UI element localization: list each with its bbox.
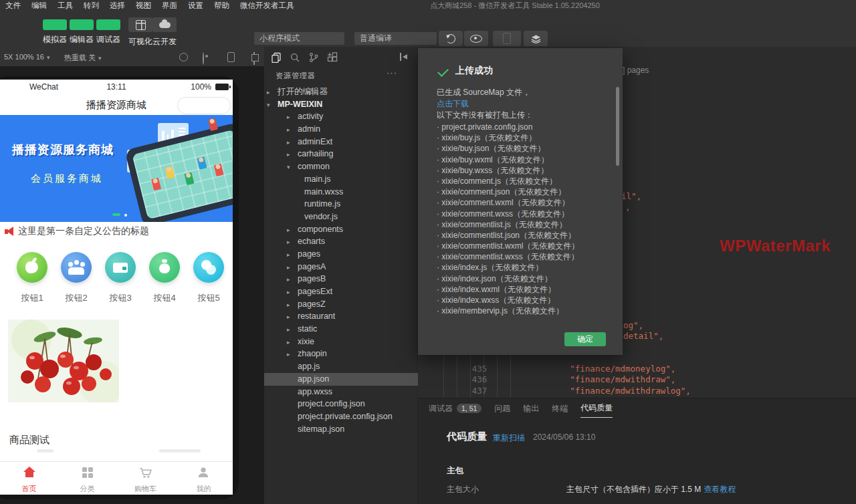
remote-debug-button[interactable] — [493, 31, 521, 46]
line-number: 437 — [468, 386, 487, 396]
device-icon[interactable] — [227, 52, 235, 62]
search-icon[interactable] — [290, 52, 300, 63]
banner-carousel[interactable]: 播播资源服务商城 会员服务商城 — [0, 115, 233, 222]
toggle-editor[interactable]: 编辑器 — [67, 19, 96, 45]
toggle-on-indicator — [43, 19, 67, 30]
toggle-simulator[interactable]: 模拟器 — [40, 19, 70, 45]
quick-button-1[interactable]: 按钮1 — [11, 252, 53, 304]
tree-item[interactable]: vendor.js — [264, 211, 418, 223]
bottom-tab[interactable]: 终端 — [552, 403, 568, 418]
bottom-tab[interactable]: 问题 — [494, 403, 510, 418]
tree-item[interactable]: ▸xixie — [264, 336, 418, 348]
unpacked-file: · xixie/membervip.js（无依赖文件） — [437, 305, 611, 316]
tab-cart[interactable]: 购物车 — [116, 462, 175, 495]
bottom-tab[interactable]: 输出 — [523, 403, 539, 418]
unpacked-file: · xixie/comment.wxml（无依赖文件） — [437, 197, 611, 208]
detach-window-icon[interactable] — [253, 52, 255, 65]
hot-reload-select[interactable]: 热重载 关 — [64, 53, 102, 63]
toggle-debugger[interactable]: 调试器 — [94, 19, 123, 45]
tree-item[interactable]: ▸pagesA — [264, 261, 418, 273]
quick-button-4[interactable]: 按钮4 — [144, 252, 185, 304]
zoom-select[interactable]: 5X 100% 16 — [4, 53, 49, 61]
menu-item[interactable]: 工具 — [52, 1, 78, 11]
compile-button[interactable] — [439, 31, 463, 46]
menu-item[interactable]: 设置 — [183, 1, 209, 11]
compile-mode-select[interactable]: 普通编译 — [354, 32, 437, 45]
tree-item[interactable]: ▸static — [264, 323, 418, 336]
collapse-sidebar-icon[interactable] — [400, 53, 408, 61]
tree-item[interactable]: ▸pagesExt — [264, 285, 418, 298]
menu-item[interactable]: 微信开发者工具 — [235, 1, 300, 11]
tab-mine[interactable]: 我的 — [175, 462, 233, 495]
tree-item[interactable]: ▸zhaopin — [264, 348, 418, 360]
tab-home[interactable]: 首页 — [0, 462, 58, 495]
quality-heading: 代码质量 — [447, 430, 487, 443]
notice-text[interactable]: 这里是第一条自定义公告的标题 — [18, 225, 149, 237]
tree-item[interactable]: ▸activity — [264, 110, 418, 123]
tree-arrow-icon: ▸ — [287, 324, 298, 336]
menu-item[interactable]: 转到 — [78, 1, 104, 11]
menu-item[interactable]: 文件 — [0, 1, 26, 11]
source-control-icon[interactable] — [308, 52, 319, 63]
wallet-icon — [105, 252, 136, 283]
breadcrumb[interactable]: ] pages — [623, 66, 649, 75]
tree-item[interactable]: app.wxss — [264, 386, 418, 398]
tree-item[interactable]: ▸pagesZ — [264, 298, 418, 311]
tree-item[interactable]: ▸components — [264, 223, 418, 236]
quick-button-2[interactable]: 按钮2 — [56, 252, 97, 304]
upload-success-dialog: 上传成功 已生成 SourceMap 文件， 点击下载 以下文件没有被打包上传：… — [418, 48, 623, 355]
tree-item[interactable]: project.config.json — [264, 398, 418, 410]
download-link[interactable]: 点击下载 — [437, 98, 469, 110]
tree-arrow-icon: ▸ — [267, 86, 278, 98]
tree-item[interactable]: main.js — [264, 173, 418, 186]
tutorial-link[interactable]: 查看教程 — [704, 485, 736, 494]
tree-item[interactable]: ▸carhailing — [264, 148, 418, 160]
menu-item[interactable]: 帮助 — [209, 1, 235, 11]
quick-button-3[interactable]: 按钮3 — [100, 252, 141, 304]
menu-item[interactable]: 视图 — [130, 1, 156, 11]
layers-icon — [531, 34, 541, 43]
tree-item[interactable]: app.js — [264, 360, 418, 373]
tree-arrow-icon: ▸ — [287, 286, 298, 298]
product-image-cherries[interactable] — [8, 320, 119, 402]
bottom-tab[interactable]: 调试器1, 51 — [429, 403, 481, 418]
rescan-link[interactable]: 重新扫描 — [493, 432, 525, 444]
files-icon[interactable] — [271, 52, 282, 63]
capsule-menu[interactable] — [177, 97, 231, 114]
tree-item[interactable]: runtime.js — [264, 198, 418, 211]
tree-item[interactable]: project.private.config.json — [264, 410, 418, 423]
quick-button-5[interactable]: 按钮5 — [188, 252, 229, 304]
tree-item[interactable]: ▸打开的编辑器 — [264, 86, 418, 98]
tree-item[interactable]: ▾common — [264, 160, 418, 173]
record-icon[interactable] — [203, 52, 204, 65]
unpacked-file: · xixie/buy.json（无依赖文件） — [437, 143, 611, 154]
tree-item[interactable]: ▸pages — [264, 248, 418, 261]
mode-select[interactable]: 小程序模式 — [254, 32, 344, 45]
preview-button[interactable] — [464, 31, 488, 46]
bottom-tab[interactable]: 代码质量 — [580, 402, 613, 418]
ok-button[interactable]: 确定 — [564, 332, 606, 346]
toggle-on-indicator — [70, 19, 94, 30]
tree-item[interactable]: ▸echarts — [264, 235, 418, 248]
menu-item[interactable]: 界面 — [156, 1, 183, 11]
menu-item[interactable]: 编辑 — [26, 1, 52, 11]
tree-item[interactable]: main.wxss — [264, 186, 418, 199]
restart-icon[interactable] — [179, 53, 188, 61]
extensions-icon[interactable] — [327, 52, 338, 63]
tree-item[interactable]: sitemap.json — [264, 423, 418, 436]
tree-item[interactable]: ▸adminExt — [264, 136, 418, 148]
menu-item[interactable]: 选择 — [104, 1, 130, 11]
tree-item[interactable]: ▸pagesB — [264, 273, 418, 285]
tree-item[interactable]: ▾MP-WEIXIN — [264, 98, 418, 111]
dialog-scrollbar[interactable] — [616, 87, 619, 166]
code-lines[interactable]: 435"finance/mdmoneylog", 436"finance/mdw… — [418, 353, 856, 396]
tree-item[interactable]: app.json — [264, 373, 418, 386]
button-cloud-dev[interactable]: 云开发 — [150, 19, 179, 47]
tree-item[interactable]: ▸admin — [264, 123, 418, 136]
tree-item[interactable]: ▸restaurant — [264, 310, 418, 323]
clear-cache-button[interactable] — [524, 31, 548, 46]
apple-icon — [17, 252, 47, 283]
tab-category[interactable]: 分类 — [58, 462, 116, 495]
unpacked-file: · xixie/commentlist.wxml（无依赖文件） — [437, 241, 611, 251]
more-icon[interactable]: ··· — [387, 68, 397, 78]
